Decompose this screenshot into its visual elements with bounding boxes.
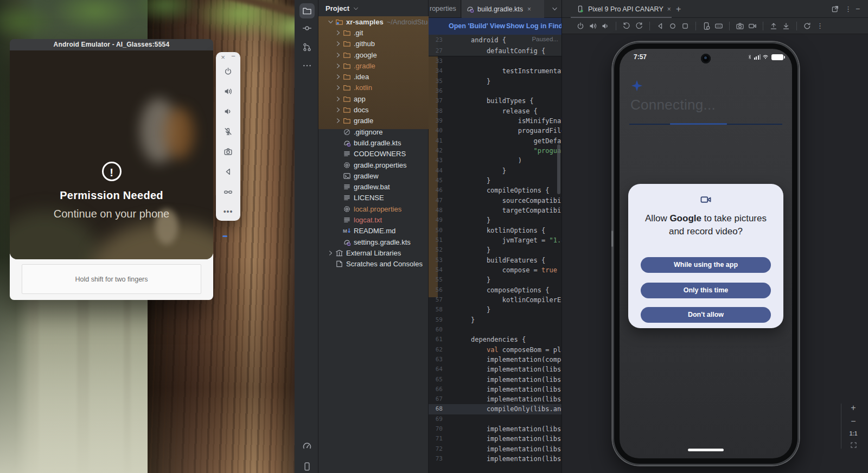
zoom-fit-icon[interactable] bbox=[850, 442, 857, 449]
vollo-icon[interactable] bbox=[224, 107, 233, 116]
code-line-47[interactable]: 47 sourceCompatibility bbox=[429, 196, 561, 206]
editor-scrollbar[interactable] bbox=[557, 144, 560, 194]
minimize-button[interactable]: − bbox=[229, 52, 238, 60]
tree-item-codeowners[interactable]: CODEOWNERS bbox=[318, 149, 428, 159]
code-line-72[interactable]: 72 implementation(libs.andr bbox=[429, 444, 561, 454]
code-line-73[interactable]: 73 implementation(libs.andr bbox=[429, 454, 561, 464]
code-line-43[interactable]: 43 ) bbox=[429, 156, 561, 165]
device-tab-pixel-9-pro[interactable]: Pixel 9 Pro API CANARY × bbox=[576, 0, 671, 18]
add-device-tab-button[interactable]: + bbox=[676, 0, 681, 18]
code-editor[interactable]: roperties build.gradle.kts × Open 'Build… bbox=[429, 0, 561, 473]
chevron-right-icon[interactable] bbox=[327, 250, 334, 257]
code-line-61[interactable]: 61dependencies { bbox=[429, 335, 561, 344]
code-line-38[interactable]: 38 release { bbox=[429, 106, 561, 116]
zoom-reset-button[interactable]: 1:1 bbox=[850, 431, 857, 437]
close-button[interactable]: × bbox=[219, 53, 227, 61]
video-icon[interactable] bbox=[748, 22, 757, 30]
code-line-41[interactable]: 41 getDefaultPr bbox=[429, 136, 561, 146]
code-line-59[interactable]: 59} bbox=[429, 315, 561, 325]
code-viewport[interactable]: 3334 testInstrumentationR35 }3637 buildT… bbox=[429, 56, 561, 473]
code-line-46[interactable]: 46 compileOptions { bbox=[429, 186, 561, 195]
tree-item--git[interactable]: .git bbox=[318, 27, 428, 38]
profiler-icon[interactable] bbox=[302, 441, 312, 451]
close-tab-icon[interactable]: × bbox=[527, 5, 531, 13]
code-line-53[interactable]: 53 buildFeatures { bbox=[429, 255, 561, 265]
open-in-new-window-icon[interactable] bbox=[831, 5, 839, 13]
download-icon[interactable] bbox=[782, 22, 790, 30]
close-device-tab-icon[interactable]: × bbox=[667, 5, 671, 13]
chevron-right-icon[interactable] bbox=[335, 95, 342, 103]
chevron-down-icon[interactable] bbox=[327, 18, 334, 25]
tree-item-readme-md[interactable]: M↓README.md bbox=[318, 226, 428, 237]
code-line-39[interactable]: 39 isMinifyEnabled bbox=[429, 116, 561, 126]
emulator-screen[interactable]: ! Permission Needed Continue on your pho… bbox=[10, 50, 213, 259]
chevron-right-icon[interactable] bbox=[335, 52, 342, 59]
tree-item-logcat-txt[interactable]: logcat.txt bbox=[318, 214, 428, 225]
code-line-66[interactable]: 66 implementation(libs.andr bbox=[429, 385, 561, 394]
tri-icon[interactable] bbox=[224, 167, 233, 176]
tree-item--gitignore[interactable]: .gitignore bbox=[318, 126, 428, 137]
oversq-icon[interactable] bbox=[681, 22, 690, 30]
code-line-27[interactable]: 27 defaultConfig { bbox=[429, 46, 561, 56]
camera-icon[interactable] bbox=[736, 22, 744, 30]
power-icon[interactable] bbox=[224, 67, 233, 76]
tree-item-docs[interactable]: docs bbox=[318, 104, 428, 115]
power-icon[interactable] bbox=[576, 22, 585, 30]
code-line-55[interactable]: 55 } bbox=[429, 275, 561, 285]
tree-item--kotlin[interactable]: .kotlin bbox=[318, 82, 428, 93]
tree-item--google[interactable]: .google bbox=[318, 49, 428, 60]
code-line-45[interactable]: 45 } bbox=[429, 176, 561, 186]
homec-icon[interactable] bbox=[668, 22, 677, 30]
code-line-48[interactable]: 48 targetCompatibility bbox=[429, 206, 561, 215]
code-line-51[interactable]: 51 jvmTarget = "1.8" bbox=[429, 235, 561, 245]
rotr-icon[interactable] bbox=[635, 22, 643, 30]
open-build-view-link[interactable]: Open 'Build' View bbox=[449, 18, 505, 35]
zoom-out-button[interactable]: − bbox=[851, 417, 856, 426]
vollo-icon[interactable] bbox=[601, 22, 610, 30]
tree-item-local-properties[interactable]: local.properties bbox=[318, 203, 428, 214]
code-line-69[interactable]: 69 bbox=[429, 414, 561, 424]
more-tool-windows-icon[interactable] bbox=[302, 61, 312, 71]
rotl-icon[interactable] bbox=[622, 22, 631, 30]
vcs-branches-icon[interactable] bbox=[302, 42, 312, 52]
project-view-icon[interactable] bbox=[302, 6, 312, 16]
show-log-in-finder-link[interactable]: Show Log in Finder bbox=[506, 18, 561, 35]
code-line-56[interactable]: 56 composeOptions { bbox=[429, 285, 561, 295]
while-using-app-button[interactable]: While using the app bbox=[641, 257, 771, 273]
code-line-60[interactable]: 60 bbox=[429, 325, 561, 335]
code-line-44[interactable]: 44 } bbox=[429, 166, 561, 176]
code-line-42[interactable]: 42 "proguard-ru bbox=[429, 146, 561, 156]
micoff-icon[interactable] bbox=[224, 127, 233, 136]
volhi-icon[interactable] bbox=[589, 22, 597, 30]
home-indicator[interactable] bbox=[688, 449, 724, 451]
code-line-52[interactable]: 52 } bbox=[429, 245, 561, 255]
code-line-50[interactable]: 50 kotlinOptions { bbox=[429, 226, 561, 235]
tree-item-build-gradle-kts[interactable]: build.gradle.kts bbox=[318, 137, 428, 148]
tree-item-app[interactable]: app bbox=[318, 93, 428, 104]
dont-allow-button[interactable]: Don't allow bbox=[641, 307, 771, 323]
devset-icon[interactable] bbox=[702, 22, 711, 30]
code-line-63[interactable]: 63 implementation(composeBo bbox=[429, 355, 561, 365]
input-icon[interactable] bbox=[714, 22, 723, 30]
tree-item--gradle[interactable]: .gradle bbox=[318, 60, 428, 71]
tree-item-gradle[interactable]: gradle bbox=[318, 116, 428, 126]
more-icon[interactable]: ⋮ bbox=[816, 22, 824, 30]
device-manager-icon[interactable] bbox=[302, 462, 312, 471]
tree-item-external-libraries[interactable]: External Libraries bbox=[318, 247, 428, 258]
tree-item-gradlew-bat[interactable]: gradlew.bat bbox=[318, 181, 428, 192]
more-options-icon[interactable]: ••• bbox=[216, 207, 240, 216]
glasses-icon[interactable] bbox=[224, 187, 233, 196]
phone-screen[interactable]: 7:57 Connecting... A bbox=[620, 49, 792, 458]
code-line-71[interactable]: 71 implementation(libs.andr bbox=[429, 434, 561, 444]
code-line-34[interactable]: 34 testInstrumentationR bbox=[429, 66, 561, 76]
tree-item-gradlew[interactable]: gradlew bbox=[318, 170, 428, 181]
tree-item--idea[interactable]: .idea bbox=[318, 71, 428, 82]
tree-item-gradle-properties[interactable]: gradle.properties bbox=[318, 159, 428, 170]
chevron-right-icon[interactable] bbox=[335, 29, 342, 36]
code-line-65[interactable]: 65 implementation(libs.andr bbox=[429, 375, 561, 385]
code-line-54[interactable]: 54 compose = true bbox=[429, 265, 561, 275]
tab-build-gradle-kts[interactable]: build.gradle.kts × bbox=[462, 0, 544, 18]
panel-options-icon[interactable]: ⋮ bbox=[845, 0, 852, 18]
volhi-icon[interactable] bbox=[224, 87, 233, 96]
tab-properties-partial[interactable]: roperties bbox=[429, 0, 461, 18]
